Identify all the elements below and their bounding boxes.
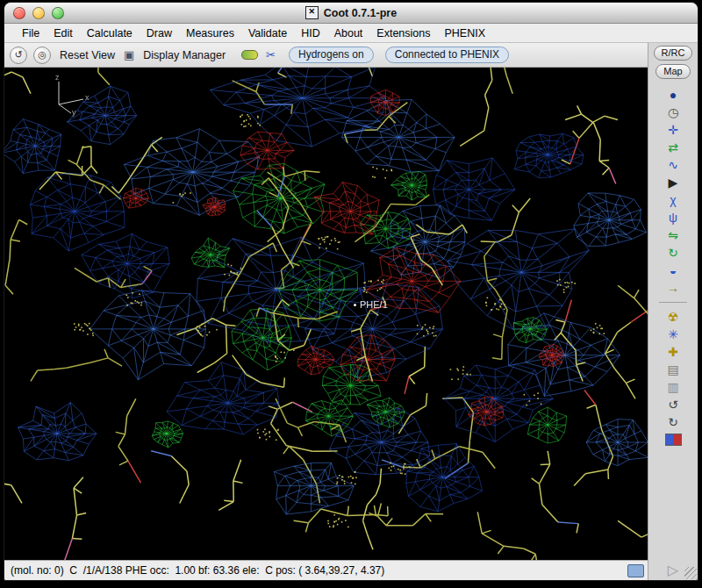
menu-item-hid[interactable]: HID bbox=[294, 25, 327, 41]
rotate-circle-icon[interactable]: ↻ bbox=[662, 245, 684, 261]
mutate-arrow-icon[interactable]: → bbox=[662, 280, 684, 296]
status-text: (mol. no: 0) C /1/A/138 PHE occ: 1.00 bf… bbox=[11, 564, 384, 577]
reset-view-icon-button[interactable]: ↺ bbox=[10, 47, 27, 64]
auto-fit-play-icon[interactable]: ▶ bbox=[662, 175, 684, 190]
window-title: Coot 0.7.1-pre bbox=[324, 7, 397, 19]
rotate-translate-icon[interactable]: ⇄ bbox=[662, 140, 684, 155]
cylinder-icon[interactable]: ▥ bbox=[662, 379, 684, 395]
window-controls bbox=[13, 7, 64, 19]
rrc-button[interactable]: R/RC bbox=[654, 46, 693, 61]
reset-view-button[interactable]: Reset View bbox=[57, 48, 118, 62]
app-window: ✕ Coot 0.7.1-pre FileEditCalculateDrawMe… bbox=[4, 2, 698, 581]
recenter-target-button[interactable]: ◎ bbox=[33, 47, 51, 64]
menu-item-about[interactable]: About bbox=[327, 25, 370, 41]
close-window-button[interactable] bbox=[13, 7, 25, 19]
window-resize-grip[interactable] bbox=[684, 567, 697, 579]
menu-item-calculate[interactable]: Calculate bbox=[80, 25, 140, 41]
undo-arrow-icon: ↺ bbox=[14, 49, 22, 61]
rotamer-wave-icon[interactable]: ∿ bbox=[662, 157, 684, 173]
map-button[interactable]: Map bbox=[655, 64, 690, 79]
phenix-connection-button[interactable]: Connected to PHENIX bbox=[385, 47, 509, 63]
regularize-clock-icon[interactable]: ◷ bbox=[662, 104, 684, 120]
printer-icon[interactable]: ▤ bbox=[662, 362, 684, 377]
radiation-icon[interactable]: ☢ bbox=[662, 309, 684, 325]
redo-circle-icon[interactable]: ↻ bbox=[662, 414, 684, 430]
menu-item-extensions[interactable]: Extensions bbox=[369, 25, 437, 41]
chi-angles-icon[interactable]: χ bbox=[662, 192, 684, 208]
x11-app-icon: ✕ bbox=[305, 6, 319, 19]
rigid-body-move-icon[interactable]: ✛ bbox=[662, 122, 684, 138]
hydrogens-toggle-button[interactable]: Hydrogens on bbox=[289, 47, 374, 63]
minimize-window-button[interactable] bbox=[32, 7, 45, 19]
toolbar-separator bbox=[659, 302, 687, 303]
expander-triangle-icon[interactable]: ▷ bbox=[668, 563, 678, 577]
main-toolbar: ↺ ◎ Reset View ▣ Display Manager ✂ Hydro… bbox=[4, 43, 648, 68]
target-icon: ◎ bbox=[38, 49, 47, 61]
torsion-psi-icon[interactable]: ψ bbox=[662, 210, 684, 226]
modelling-toolbar: ●◷✛⇄∿▶χψ⇋↻◒→☢✳✚▤▥↺↻ bbox=[648, 87, 698, 563]
molecule-capsule-icon[interactable] bbox=[241, 50, 258, 60]
menu-item-measures[interactable]: Measures bbox=[179, 25, 241, 41]
menu-item-draw[interactable]: Draw bbox=[140, 25, 179, 41]
window-title-area: ✕ Coot 0.7.1-pre bbox=[305, 6, 397, 19]
menu-item-validate[interactable]: Validate bbox=[241, 25, 294, 41]
undo-circle-icon[interactable]: ↺ bbox=[662, 397, 684, 412]
scrollbar-stub[interactable] bbox=[627, 564, 644, 577]
display-manager-button[interactable]: Display Manager bbox=[140, 48, 228, 62]
ligand-star-icon[interactable]: ✳ bbox=[662, 326, 684, 342]
zoom-window-button[interactable] bbox=[52, 7, 64, 19]
graphics-area: z x y PHE/1 bbox=[4, 68, 648, 560]
menu-item-edit[interactable]: Edit bbox=[47, 25, 80, 41]
add-residue-plus-icon[interactable]: ✚ bbox=[662, 344, 684, 360]
right-sidebar: R/RC Map ●◷✛⇄∿▶χψ⇋↻◒→☢✳✚▤▥↺↻ ▷ bbox=[648, 43, 698, 580]
titlebar[interactable]: ✕ Coot 0.7.1-pre bbox=[4, 3, 698, 24]
scissors-icon[interactable]: ✂ bbox=[266, 48, 276, 61]
refine-sphere-icon[interactable]: ● bbox=[662, 87, 684, 103]
display-swatch-icon[interactable] bbox=[665, 434, 682, 446]
molecular-viewport[interactable] bbox=[4, 68, 648, 560]
menu-item-phenix[interactable]: PHENIX bbox=[438, 25, 493, 41]
display-manager-icon: ▣ bbox=[124, 48, 134, 61]
pepflip-icon[interactable]: ⇋ bbox=[662, 227, 684, 243]
menubar: FileEditCalculateDrawMeasuresValidateHID… bbox=[4, 24, 698, 43]
menu-item-file[interactable]: File bbox=[15, 25, 47, 41]
side-chain-icon[interactable]: ◒ bbox=[662, 262, 684, 278]
statusbar: (mol. no: 0) C /1/A/138 PHE occ: 1.00 bf… bbox=[4, 560, 648, 580]
